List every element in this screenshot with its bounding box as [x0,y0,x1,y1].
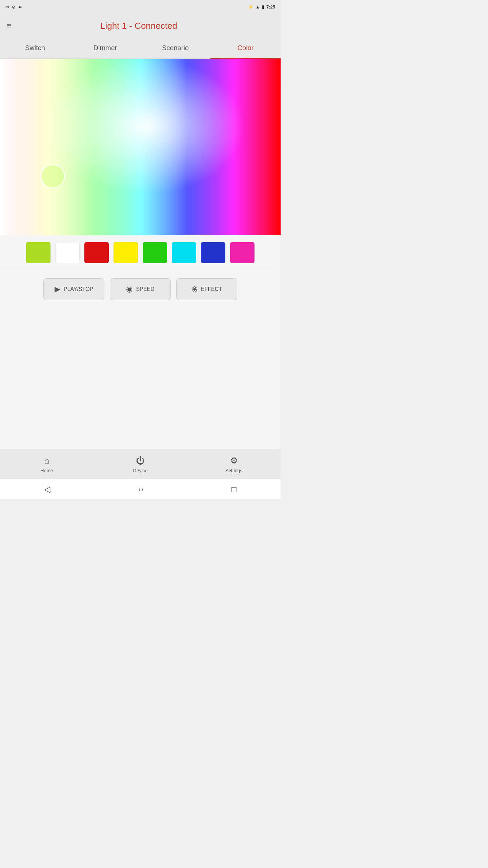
tab-scenario[interactable]: Scenario [140,38,210,59]
swatch-cyan[interactable] [172,242,196,263]
swatch-white[interactable] [55,242,80,263]
recent-button[interactable]: □ [231,485,237,494]
swatch-yellow-green[interactable] [26,242,50,263]
share-icon: ⬌ [18,4,22,9]
spectrum-glow-layer [0,59,281,235]
system-nav-bar: ◁ ○ □ [0,479,281,499]
effect-icon: ❀ [191,285,198,294]
color-selector-handle[interactable] [41,164,65,189]
tab-color[interactable]: Color [210,38,281,59]
battery-icon: ▮ [262,4,264,9]
time-display: 7:25 [266,4,275,9]
nav-item-settings[interactable]: ⚙ Settings [187,450,281,479]
play-stop-icon: ▶ [55,285,60,294]
wifi-off-icon: ⊘ [12,4,16,9]
swatch-yellow[interactable] [114,242,138,263]
nav-item-device[interactable]: ⏻ Device [94,450,187,479]
effect-label: EFFECT [201,286,222,292]
color-swatches [0,235,281,270]
nav-home-label: Home [40,468,53,473]
status-bar-left: ✉ ⊘ ⬌ [5,4,22,9]
swatch-green[interactable] [143,242,167,263]
page-title: Light 1 - Connected [17,21,261,31]
color-picker[interactable] [0,59,281,235]
home-button[interactable]: ○ [138,485,143,494]
play-stop-button[interactable]: ▶ PLAY/STOP [43,278,104,300]
settings-icon: ⚙ [230,455,238,466]
swatch-blue[interactable] [201,242,225,263]
status-bar: ✉ ⊘ ⬌ ⚡ ▲ ▮ 7:25 [0,0,281,14]
status-bar-right: ⚡ ▲ ▮ 7:25 [248,4,275,9]
controls-bar: ▶ PLAY/STOP ◉ SPEED ❀ EFFECT [0,270,281,308]
bluetooth-icon: ⚡ [248,4,253,9]
signal-icon: ▲ [256,4,260,9]
email-icon: ✉ [5,4,9,9]
speed-icon: ◉ [126,285,133,294]
nav-device-label: Device [133,468,148,473]
home-icon: ⌂ [44,455,49,466]
header: ≡ Light 1 - Connected [0,14,281,38]
tab-switch[interactable]: Switch [0,38,70,59]
bottom-nav: ⌂ Home ⏻ Device ⚙ Settings [0,450,281,479]
swatch-red[interactable] [84,242,109,263]
nav-settings-label: Settings [225,468,243,473]
tab-dimmer[interactable]: Dimmer [70,38,140,59]
effect-button[interactable]: ❀ EFFECT [176,278,237,300]
nav-item-home[interactable]: ⌂ Home [0,450,94,479]
speed-label: SPEED [136,286,154,292]
back-button[interactable]: ◁ [44,485,50,494]
spacer [0,308,281,450]
play-stop-label: PLAY/STOP [64,286,93,292]
menu-button[interactable]: ≡ [7,22,11,29]
speed-button[interactable]: ◉ SPEED [110,278,171,300]
tabs-bar: Switch Dimmer Scenario Color [0,38,281,59]
device-icon: ⏻ [136,455,145,466]
swatch-pink[interactable] [230,242,255,263]
